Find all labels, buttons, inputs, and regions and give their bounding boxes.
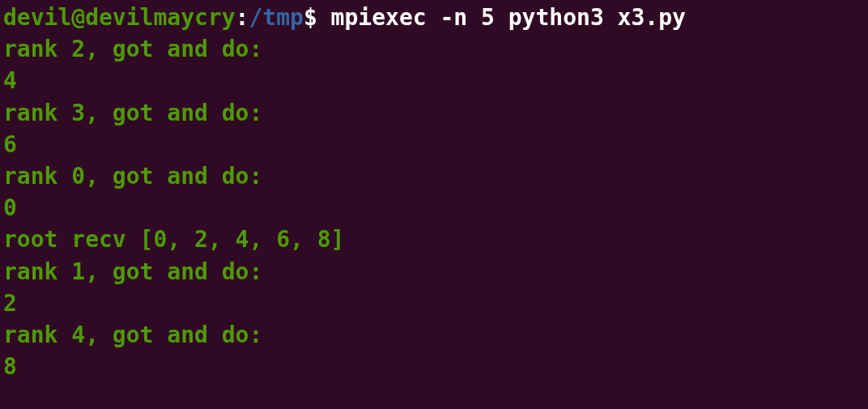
output-line: root recv [0, 2, 4, 6, 8] <box>3 224 865 255</box>
output-line: rank 0, got and do: <box>3 160 865 192</box>
output-line: rank 1, got and do: <box>3 256 865 288</box>
output-line: rank 3, got and do: <box>3 97 865 129</box>
output-line: rank 4, got and do: <box>3 319 865 351</box>
output-line: 8 <box>3 351 865 382</box>
output-line: 0 <box>3 192 865 224</box>
terminal-window[interactable]: devil@devilmaycry:/tmp$ mpiexec -n 5 pyt… <box>3 2 865 382</box>
prompt-colon: : <box>236 4 249 31</box>
output-line: 4 <box>3 65 865 96</box>
output-line: 2 <box>3 288 865 319</box>
prompt-dollar: $ <box>304 4 331 31</box>
output-line: rank 2, got and do: <box>3 33 865 65</box>
output-line: 6 <box>3 129 865 160</box>
command-text: mpiexec -n 5 python3 x3.py <box>331 4 686 31</box>
prompt-line: devil@devilmaycry:/tmp$ mpiexec -n 5 pyt… <box>3 2 865 33</box>
user-host: devil@devilmaycry <box>3 4 236 31</box>
prompt-path: /tmp <box>249 4 303 31</box>
